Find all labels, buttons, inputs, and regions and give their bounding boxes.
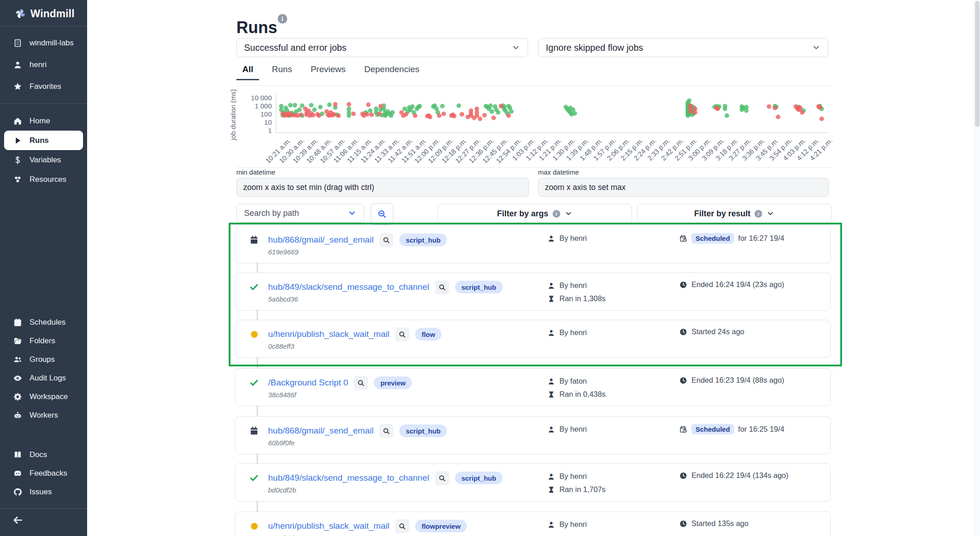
job-dot-error[interactable]: [800, 110, 804, 115]
run-row-7[interactable]: u/henri/publish_slack_wait_mailflowprevi…: [235, 512, 831, 536]
scrollbar[interactable]: [974, 0, 980, 536]
run-path-link[interactable]: u/henri/publish_slack_wait_mail: [268, 329, 389, 339]
job-dot-error[interactable]: [460, 112, 464, 117]
job-dot-error[interactable]: [428, 115, 432, 119]
job-duration-chart[interactable]: job duration (ms) 10 0001 00010010110:21…: [236, 85, 830, 168]
job-dot-success[interactable]: [488, 103, 493, 108]
path-search-button[interactable]: [395, 519, 409, 533]
max-datetime-input[interactable]: [538, 178, 829, 197]
run-path-link[interactable]: hub/868/gmail/_send_email: [268, 426, 373, 436]
tab-dependencies[interactable]: Dependencies: [358, 61, 425, 80]
run-row-3[interactable]: u/henri/publish_slack_wait_mailflow0c88e…: [235, 320, 831, 358]
job-dot-error[interactable]: [715, 107, 720, 111]
path-search-button[interactable]: [435, 280, 449, 294]
run-path-link[interactable]: hub/868/gmail/_send_email: [268, 235, 373, 245]
job-dot-success[interactable]: [440, 104, 445, 108]
run-row-6[interactable]: hub/849/slack/send_message_to_channelscr…: [235, 463, 831, 502]
run-row-2[interactable]: hub/849/slack/send_message_to_channelscr…: [235, 273, 831, 311]
sidebar-item-workers[interactable]: Workers: [0, 406, 87, 424]
job-dot-success[interactable]: [725, 113, 729, 118]
collapse-sidebar-button[interactable]: [10, 512, 25, 528]
job-dot-error[interactable]: [482, 113, 487, 117]
job-dot-error[interactable]: [347, 102, 351, 107]
job-dot-success[interactable]: [490, 109, 494, 114]
sidebar-item-feedbacks[interactable]: Feedbacks: [0, 464, 87, 482]
job-dot-success[interactable]: [390, 110, 395, 115]
job-dot-error[interactable]: [819, 117, 824, 121]
tab-all[interactable]: All: [236, 61, 259, 80]
job-dot-error[interactable]: [413, 113, 417, 118]
job-dot-error[interactable]: [499, 104, 503, 108]
job-dot-success[interactable]: [456, 103, 461, 108]
skipped-flow-filter-select[interactable]: Ignore skipped flow jobs: [538, 38, 828, 57]
sidebar-item-audit-logs[interactable]: Audit Logs: [0, 369, 87, 387]
run-row-5[interactable]: hub/868/gmail/_send_emailscript_hub60b9f…: [235, 416, 831, 454]
sidebar-item-windmill-labs[interactable]: windmill-labs: [0, 32, 87, 54]
job-dot-error[interactable]: [506, 113, 511, 118]
search-button[interactable]: [371, 203, 393, 225]
job-dot-success[interactable]: [573, 111, 577, 116]
job-dot-success[interactable]: [288, 103, 293, 107]
job-dot-success[interactable]: [309, 103, 314, 107]
job-dot-error[interactable]: [441, 112, 446, 116]
info-icon[interactable]: i: [278, 14, 287, 24]
path-search-button[interactable]: [435, 471, 449, 485]
path-search-button[interactable]: [379, 233, 393, 247]
job-dot-success[interactable]: [293, 103, 297, 107]
job-dot-success[interactable]: [687, 98, 691, 103]
job-dot-error[interactable]: [365, 112, 369, 117]
sidebar-item-variables[interactable]: Variables: [0, 150, 87, 170]
min-datetime-input[interactable]: [236, 178, 529, 197]
filter-by-args-button[interactable]: Filter by args i: [437, 204, 632, 224]
job-dot-error[interactable]: [378, 104, 383, 108]
job-status-filter-select[interactable]: Successful and error jobs: [236, 38, 528, 57]
job-dot-error[interactable]: [688, 109, 693, 114]
app-logo[interactable]: Windmill: [0, 5, 87, 22]
job-dot-success[interactable]: [417, 104, 422, 108]
job-dot-error[interactable]: [452, 114, 456, 118]
job-dot-success[interactable]: [509, 109, 514, 114]
job-dot-error[interactable]: [317, 113, 321, 118]
run-path-link[interactable]: /Background Script 0: [268, 378, 348, 388]
sidebar-item-henri[interactable]: henri: [0, 54, 87, 76]
tab-previews[interactable]: Previews: [305, 61, 352, 80]
run-row-1[interactable]: hub/868/gmail/_send_emailscript_hub619e9…: [235, 225, 831, 263]
path-search-button[interactable]: [379, 424, 393, 438]
run-path-link[interactable]: hub/849/slack/send_message_to_channel: [268, 473, 429, 483]
job-dot-error[interactable]: [351, 112, 356, 116]
job-dot-error[interactable]: [404, 112, 408, 117]
job-dot-error[interactable]: [336, 113, 341, 118]
sidebar-item-home[interactable]: Home: [0, 111, 87, 131]
sidebar-item-folders[interactable]: Folders: [0, 331, 87, 350]
run-path-link[interactable]: hub/849/slack/send_message_to_channel: [268, 282, 429, 292]
sidebar-item-issues[interactable]: Issues: [0, 482, 87, 501]
job-dot-error[interactable]: [437, 113, 441, 118]
job-dot-error[interactable]: [491, 116, 496, 120]
run-row-4[interactable]: /Background Script 0preview38c8486fBy fa…: [235, 368, 831, 406]
sidebar-item-resources[interactable]: Resources: [0, 170, 87, 189]
sidebar-item-workspace[interactable]: Workspace: [0, 387, 87, 406]
job-dot-success[interactable]: [723, 107, 727, 111]
job-dot-error[interactable]: [773, 106, 777, 110]
job-dot-success[interactable]: [347, 113, 351, 118]
tab-runs[interactable]: Runs: [266, 61, 298, 80]
sidebar-item-groups[interactable]: Groups: [0, 350, 87, 369]
sidebar-item-runs[interactable]: Runs: [4, 131, 83, 150]
path-search-button[interactable]: [354, 376, 368, 390]
run-path-link[interactable]: u/henri/publish_slack_wait_mail: [268, 521, 389, 531]
job-dot-success[interactable]: [496, 110, 500, 115]
job-dot-error[interactable]: [366, 102, 371, 107]
path-search-button[interactable]: [395, 327, 409, 341]
job-dot-error[interactable]: [369, 112, 374, 117]
job-dot-error[interactable]: [767, 104, 771, 109]
search-by-path-select[interactable]: Search by path: [236, 204, 364, 223]
sidebar-item-schedules[interactable]: Schedules: [0, 313, 87, 331]
filter-by-result-button[interactable]: Filter by result i: [637, 204, 832, 224]
job-dot-success[interactable]: [744, 108, 749, 113]
scrollbar-thumb[interactable]: [975, 1, 980, 127]
sidebar-item-docs[interactable]: Docs: [0, 445, 87, 464]
job-dot-success[interactable]: [327, 102, 332, 107]
job-dot-error[interactable]: [299, 112, 303, 117]
job-dot-success[interactable]: [297, 107, 302, 112]
job-dot-success[interactable]: [410, 104, 415, 109]
